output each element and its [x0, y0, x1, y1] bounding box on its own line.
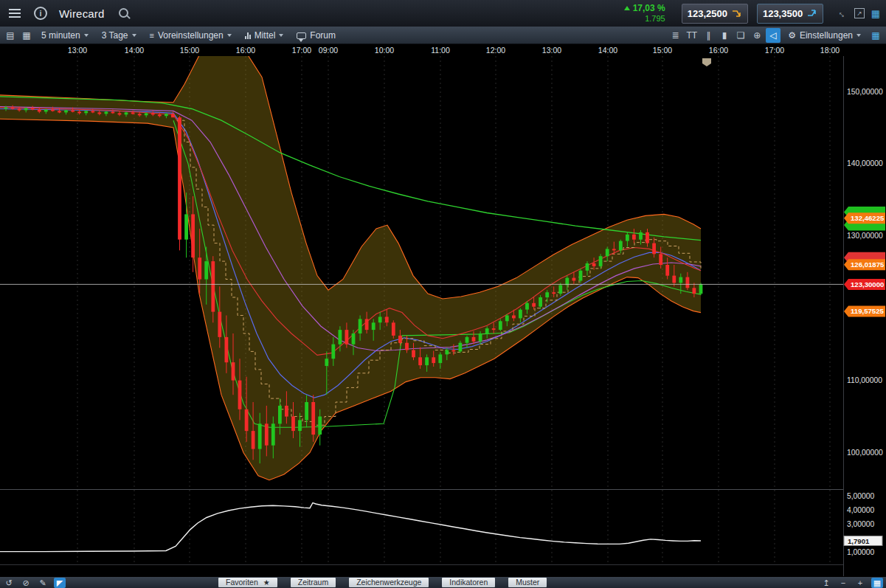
time-tick-label: 10:00 — [375, 46, 394, 55]
change-block: 17,03 % 1.795 — [624, 3, 665, 24]
page-layout-icon[interactable]: ▤ — [3, 28, 18, 43]
indicator-value-tag: 1,7901 — [844, 536, 882, 546]
chevron-down-icon — [856, 34, 861, 37]
time-tick-label: 13:00 — [542, 46, 561, 55]
draw-pencil-icon[interactable]: ✎ — [37, 578, 49, 588]
widget-icon[interactable]: ▦ — [871, 8, 880, 19]
sell-price: 123,2500 — [688, 8, 727, 19]
interval-dropdown[interactable]: 5 minuten — [35, 27, 94, 44]
search-icon[interactable] — [118, 7, 131, 20]
interval-value: 5 minuten — [41, 30, 80, 41]
change-absolute: 1.795 — [624, 14, 665, 24]
range-value: 3 Tage — [102, 30, 128, 41]
info-icon[interactable]: i — [34, 7, 47, 20]
buy-arrow-icon — [807, 8, 817, 18]
panel-icon[interactable]: ▦ — [871, 578, 883, 588]
settings-dropdown[interactable]: ⚙ Einstellungen — [782, 27, 867, 44]
time-tick-label: 16:00 — [236, 46, 255, 55]
svg-text:110,00000: 110,00000 — [847, 376, 882, 384]
chart-plot-area[interactable]: 150,00000140,00000130,00000110,00000100,… — [0, 56, 886, 576]
bottom-tab-indikatoren[interactable]: Indikatoren — [442, 578, 495, 587]
zoom-out-icon[interactable]: − — [837, 578, 849, 588]
average-label: Mittel — [255, 30, 276, 41]
svg-text:1,00000: 1,00000 — [847, 548, 874, 556]
layers-icon[interactable]: ❏ — [733, 28, 748, 43]
chart-type-icon[interactable]: ▮ — [717, 28, 732, 43]
panel-toggle-icon[interactable]: ▦ — [868, 28, 883, 43]
svg-text:126,01875: 126,01875 — [851, 260, 885, 269]
export-icon[interactable]: ↥ — [820, 578, 832, 588]
bottom-tab-zeitraum[interactable]: Zeitraum — [291, 578, 336, 587]
sell-button[interactable]: 123,2500 — [682, 4, 748, 24]
menu-icon[interactable] — [6, 6, 24, 21]
pointer-mode-icon[interactable]: ◁ — [766, 28, 781, 43]
indicator-panel — [0, 503, 701, 552]
svg-text:1,7901: 1,7901 — [848, 537, 870, 545]
svg-text:123,30000: 123,30000 — [851, 280, 884, 288]
forum-label: Forum — [310, 30, 336, 41]
buy-price: 123,3500 — [763, 8, 803, 19]
popout-icon[interactable]: ↗ — [854, 8, 865, 18]
time-tick-label: 16:00 — [709, 46, 728, 55]
chart-toolbar: ▤ ▦ 5 minuten 3 Tage ≡ Voreinstellungen … — [0, 27, 886, 44]
session-marker[interactable] — [702, 58, 711, 66]
crosshair-icon[interactable]: ⊕ — [750, 28, 764, 43]
time-tick-label: 17:00 — [765, 46, 784, 55]
average-dropdown[interactable]: Mittel — [239, 27, 290, 44]
time-tick-label: 09:00 — [319, 46, 338, 55]
presets-label: Voreinstellungen — [158, 30, 224, 41]
svg-text:130,00000: 130,00000 — [847, 232, 883, 240]
order-price-tag[interactable]: 119,57525 — [844, 305, 885, 317]
zoom-in-icon[interactable]: + — [854, 578, 866, 588]
chevron-down-icon — [132, 34, 136, 37]
undo-icon[interactable]: ↺ — [3, 578, 15, 588]
chevron-down-icon — [279, 34, 283, 37]
time-tick-label: 13:00 — [68, 46, 87, 55]
range-dropdown[interactable]: 3 Tage — [96, 27, 142, 44]
compare-icon[interactable]: ∥ — [701, 28, 716, 43]
time-tick-label: 18:00 — [820, 46, 840, 55]
svg-text:150,00000: 150,00000 — [847, 88, 883, 96]
bottom-tab-muster[interactable]: Muster — [508, 578, 547, 587]
chevron-down-icon — [227, 34, 232, 37]
time-tick-label: 14:00 — [125, 46, 144, 55]
chart-svg[interactable]: 150,00000140,00000130,00000110,00000100,… — [0, 56, 886, 576]
forum-icon — [297, 32, 306, 39]
svg-text:3,00000: 3,00000 — [847, 520, 874, 528]
top-bar: i Wirecard 17,03 % 1.795 123,2500 123,35… — [0, 0, 886, 27]
time-tick-label: 17:00 — [292, 46, 311, 55]
histogram-icon — [245, 32, 251, 39]
forum-button[interactable]: Forum — [291, 27, 342, 44]
presets-dropdown[interactable]: ≡ Voreinstellungen — [144, 27, 238, 44]
select-mode-icon[interactable]: ◤ — [54, 578, 66, 588]
bottom-right-icons: ↥ − + ▦ — [820, 578, 883, 588]
bottom-toolbar: ↺ ⊘ ✎ ◤ Favoriten★ZeitraumZeichenwerkzeu… — [0, 576, 886, 588]
time-tick-label: 14:00 — [598, 46, 617, 55]
current-price-tag[interactable]: 123,30000 — [844, 279, 885, 290]
time-tick-label: 15:00 — [653, 46, 672, 55]
star-icon: ★ — [263, 578, 270, 587]
bottom-tab-favoriten[interactable]: Favoriten★ — [218, 578, 277, 587]
svg-text:5,00000: 5,00000 — [847, 492, 874, 500]
svg-text:140,00000: 140,00000 — [847, 159, 883, 167]
order-lines-icon[interactable]: ≣ — [668, 28, 683, 43]
settings-label: Einstellungen — [800, 30, 853, 41]
order-price-tag[interactable]: 132,46225 — [844, 212, 885, 224]
time-tick-label: 15:00 — [180, 46, 199, 55]
text-size-icon[interactable]: TT — [685, 28, 700, 43]
change-percent: 17,03 % — [633, 3, 665, 13]
instrument-title: Wirecard — [59, 7, 105, 20]
trading-app-window: i Wirecard 17,03 % 1.795 123,2500 123,35… — [0, 0, 886, 588]
chevron-down-icon — [84, 34, 89, 37]
clear-drawings-icon[interactable]: ⊘ — [20, 578, 32, 588]
fullscreen-icon[interactable]: ↔ — [838, 8, 848, 19]
gear-icon: ⚙ — [788, 30, 796, 41]
order-price-tag[interactable]: 126,01875 — [844, 259, 885, 270]
buy-button[interactable]: 123,3500 — [757, 4, 823, 24]
time-axis[interactable]: 13:0014:0015:0016:0017:0009:0010:0011:00… — [0, 44, 886, 56]
bottom-tab-zeichenwerkzeuge[interactable]: Zeichenwerkzeuge — [349, 578, 429, 587]
window-icons: ↔ ↗ ▦ — [838, 8, 880, 19]
svg-text:119,57525: 119,57525 — [851, 307, 884, 315]
svg-text:100,00000: 100,00000 — [847, 449, 883, 457]
grid-layout-icon[interactable]: ▦ — [19, 28, 34, 43]
